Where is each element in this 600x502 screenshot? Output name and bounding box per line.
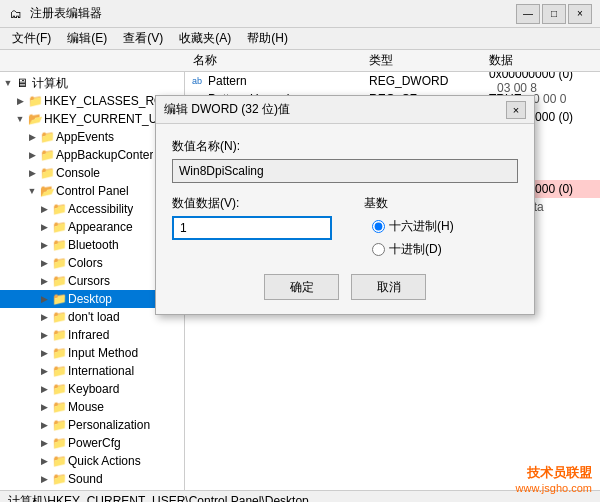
ok-button[interactable]: 确定 — [264, 274, 339, 300]
data-row: 数值数据(V): 基数 十六进制(H) 十进制(D) — [172, 195, 518, 258]
dialog-title-text: 编辑 DWORD (32 位)值 — [164, 101, 290, 118]
data-section: 数值数据(V): — [172, 195, 332, 240]
radio-dec-label[interactable]: 十进制(D) — [372, 241, 454, 258]
dialog-overlay: 编辑 DWORD (32 位)值 × 数值名称(N): 数值数据(V): 基数 … — [0, 0, 600, 502]
radio-group: 十六进制(H) 十进制(D) — [372, 218, 454, 258]
dialog-buttons: 确定 取消 — [172, 274, 518, 300]
radio-hex[interactable] — [372, 220, 385, 233]
data-input[interactable] — [172, 216, 332, 240]
watermark-line2: www.jsgho.com — [516, 482, 592, 494]
name-input[interactable] — [172, 159, 518, 183]
dialog-title-bar: 编辑 DWORD (32 位)值 × — [156, 96, 534, 124]
radio-dec[interactable] — [372, 243, 385, 256]
dialog-body: 数值名称(N): 数值数据(V): 基数 十六进制(H) — [156, 124, 534, 314]
base-label: 基数 — [364, 195, 454, 212]
data-label: 数值数据(V): — [172, 195, 332, 212]
watermark-line1: 技术员联盟 — [527, 464, 592, 482]
radio-dec-text: 十进制(D) — [389, 241, 442, 258]
base-section: 基数 十六进制(H) 十进制(D) — [364, 195, 454, 258]
edit-dword-dialog: 编辑 DWORD (32 位)值 × 数值名称(N): 数值数据(V): 基数 … — [155, 95, 535, 315]
cancel-button[interactable]: 取消 — [351, 274, 426, 300]
radio-hex-text: 十六进制(H) — [389, 218, 454, 235]
radio-hex-label[interactable]: 十六进制(H) — [372, 218, 454, 235]
watermark: 技术员联盟 www.jsgho.com — [516, 464, 592, 494]
name-label: 数值名称(N): — [172, 138, 518, 155]
dialog-close-button[interactable]: × — [506, 101, 526, 119]
